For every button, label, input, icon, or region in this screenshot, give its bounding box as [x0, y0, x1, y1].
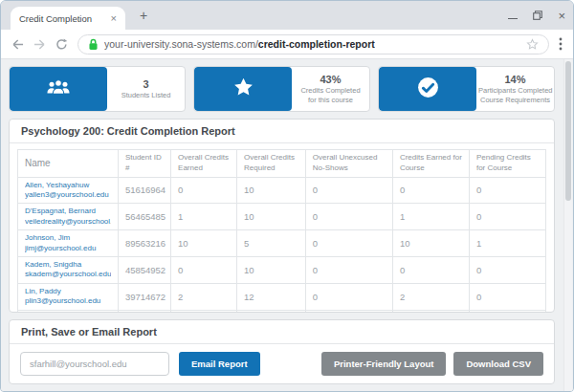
value-cell: 0 [305, 283, 392, 310]
student-name-link[interactable]: Johnson, Jim [25, 233, 111, 243]
value-cell: 0 [305, 256, 392, 283]
value-cell: 0 [305, 230, 392, 257]
student-email-link[interactable]: yallen3@yourschool.edu [25, 190, 111, 200]
bookmark-star-icon[interactable] [526, 38, 539, 51]
stat-card: 14%Participants CompletedCourse Requirem… [378, 66, 555, 112]
reload-button[interactable] [55, 38, 68, 51]
restore-button[interactable] [533, 7, 542, 24]
stat-card: 43%Credits Completedfor this course [193, 66, 370, 112]
tab-title: Credit Completion [19, 13, 111, 24]
value-cell: 10 [392, 230, 469, 257]
printer-friendly-button[interactable]: Printer-Friendly Layout [321, 352, 447, 376]
email-input[interactable] [20, 352, 169, 376]
page-scrollbar[interactable] [563, 59, 572, 391]
stat-label: for this course [294, 96, 367, 105]
student-email-link[interactable]: veiledreality@yourschool.edu [25, 217, 111, 227]
close-window-button[interactable]: × [558, 10, 565, 22]
table-row: D'Espagnat, Bernardveiledreality@yoursch… [18, 204, 546, 230]
value-cell: 0 [469, 177, 545, 204]
footer-controls: Email Report Printer-Friendly Layout Dow… [10, 344, 554, 383]
student-id-cell: 51616964 [118, 177, 170, 204]
stat-icon-box [10, 67, 107, 111]
back-button[interactable] [11, 38, 24, 51]
value-cell: 10 [237, 177, 306, 204]
lock-icon [88, 38, 99, 51]
url-bar[interactable]: your-university.sona-systems.com/credit-… [77, 34, 549, 54]
student-id-cell: 45854952 [118, 256, 170, 283]
student-id-cell: 89563216 [118, 230, 170, 257]
name-cell: Allen, Yeshayahuwyallen3@yourschool.edu [18, 177, 119, 204]
total-value-cell: 13 [171, 310, 237, 312]
stat-label: Credits Completed [294, 86, 367, 96]
footer-card: Print, Save or Email Report Email Report… [9, 319, 555, 384]
minimize-button[interactable] [508, 18, 518, 19]
student-id-cell: 56465485 [118, 204, 170, 230]
name-cell: D'Espagnat, Bernardveiledreality@yoursch… [18, 204, 119, 230]
url-domain: your-university.sona-systems.com/ [104, 38, 258, 50]
stat-card: 3Students Listed [9, 66, 186, 112]
value-cell: 2 [171, 283, 237, 310]
value-cell: 0 [392, 256, 469, 283]
stat-text: 43%Credits Completedfor this course [292, 67, 369, 111]
stat-text: 14%Participants CompletedCourse Requirem… [476, 67, 554, 111]
browser-tab[interactable]: Credit Completion × [11, 7, 125, 30]
stat-label: Participants Completed [478, 86, 552, 96]
column-header: Overall Credits Required [237, 150, 306, 178]
footer-title: Print, Save or Email Report [10, 320, 554, 344]
student-email-link[interactable]: plin3@yourschool.edu [25, 296, 111, 306]
forward-button[interactable] [33, 38, 46, 51]
table-row: Kadem, Snigdhaskadem@yourschool.edu45854… [18, 256, 546, 283]
stat-icon-box [379, 67, 476, 111]
value-cell: 0 [305, 204, 392, 230]
value-cell: 0 [305, 177, 392, 204]
browser-toolbar: your-university.sona-systems.com/credit-… [1, 30, 573, 59]
student-name-link[interactable]: Kadem, Snigdha [25, 260, 111, 270]
stat-value: 3 [109, 78, 183, 90]
student-name-link[interactable]: Lin, Paddy [25, 287, 111, 296]
users-icon [46, 79, 71, 99]
report-title: Psychology 200: Credit Completion Report [10, 120, 554, 143]
stat-text: 3Students Listed [107, 67, 185, 111]
check-circle-icon [416, 76, 440, 103]
student-email-link[interactable]: jimj@yourschool.edu [25, 244, 111, 253]
stat-value: 14% [478, 74, 552, 85]
total-value-cell: 0 [305, 310, 392, 312]
scrollbar-thumb[interactable] [565, 61, 571, 201]
student-id-cell: 39714672 [118, 283, 170, 310]
header-row: NameStudent ID #Overall Credits EarnedOv… [18, 150, 546, 178]
stat-icon-box [194, 67, 292, 111]
column-header: Pending Credits for Course [469, 150, 545, 178]
report-table-wrap: NameStudent ID #Overall Credits EarnedOv… [10, 143, 554, 312]
student-email-link[interactable]: skadem@yourschool.edu [25, 270, 111, 279]
value-cell: 0 [469, 204, 545, 230]
value-cell: 0 [392, 177, 469, 204]
value-cell: 10 [171, 230, 237, 257]
value-cell: 2 [392, 283, 469, 310]
new-tab-button[interactable]: + [135, 8, 152, 25]
page-content: 3Students Listed43%Credits Completedfor … [1, 59, 573, 391]
tab-close-icon[interactable]: × [111, 13, 117, 24]
value-cell: 1 [469, 230, 545, 257]
column-header: Overall Unexcused No-Shows [305, 150, 392, 178]
report-card: Psychology 200: Credit Completion Report… [9, 119, 555, 313]
email-report-button[interactable]: Email Report [179, 352, 260, 376]
download-csv-button[interactable]: Download CSV [453, 352, 543, 376]
value-cell: 0 [469, 256, 545, 283]
name-cell: Johnson, Jimjimj@yourschool.edu [18, 230, 119, 257]
menu-dots-icon[interactable] [559, 37, 563, 51]
total-value-cell: 1 [469, 310, 545, 312]
star-icon [232, 76, 254, 102]
stats-row: 3Students Listed43%Credits Completedfor … [9, 66, 555, 112]
student-name-link[interactable]: Allen, Yeshayahuw [25, 181, 111, 190]
column-header: Name [18, 150, 119, 178]
table-row: Allen, Yeshayahuwyallen3@yourschool.edu5… [18, 177, 546, 204]
student-name-link[interactable]: D'Espagnat, Bernard [25, 207, 111, 216]
column-header: Credits Earned for Course [392, 150, 469, 178]
value-cell: 10 [237, 256, 306, 283]
total-value-cell: 13 [392, 310, 469, 312]
total-id-cell [118, 310, 170, 312]
value-cell: 0 [171, 177, 237, 204]
name-cell: Lin, Paddyplin3@yourschool.edu [18, 283, 119, 310]
total-label-cell: TOTAL [18, 310, 119, 312]
column-header: Student ID # [118, 150, 170, 178]
